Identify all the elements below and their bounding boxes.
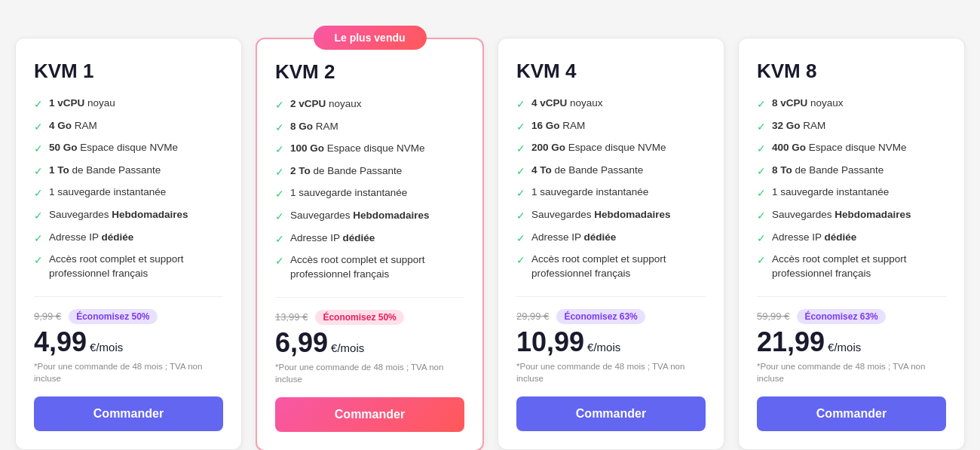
feature-item: ✓ Sauvegardes Hebdomadaires	[275, 209, 464, 225]
pricing-container: KVM 1 ✓ 1 vCPU noyau ✓ 4 Go RAM ✓ 50 Go …	[15, 15, 965, 450]
feature-text: Accès root complet et support profession…	[290, 253, 464, 282]
feature-text: 1 sauvegarde instantanée	[49, 185, 166, 200]
feature-item: ✓ 1 sauvegarde instantanée	[516, 185, 706, 201]
plan-title: KVM 1	[34, 60, 223, 83]
check-icon: ✓	[516, 253, 525, 268]
check-icon: ✓	[516, 186, 525, 201]
feature-text: Adresse IP dédiée	[531, 231, 616, 245]
feature-text: 100 Go Espace disque NVMe	[290, 142, 425, 156]
cta-button[interactable]: Commander	[516, 396, 706, 431]
feature-text: Sauvegardes Hebdomadaires	[49, 208, 188, 222]
savings-badge: Économisez 63%	[797, 309, 885, 324]
feature-text: Sauvegardes Hebdomadaires	[531, 208, 671, 222]
price-note: *Pour une commande de 48 mois ; TVA non …	[275, 361, 464, 385]
plan-card-kvm8: KVM 8 ✓ 8 vCPU noyaux ✓ 32 Go RAM ✓ 400 …	[738, 38, 965, 450]
feature-item: ✓ 2 To de Bande Passante	[275, 164, 464, 180]
divider	[757, 296, 946, 297]
cta-button[interactable]: Commander	[34, 396, 223, 431]
pricing-row: 13,99 € Économisez 50%	[275, 310, 464, 325]
price-unit: €/mois	[828, 341, 861, 354]
feature-text: 2 To de Bande Passante	[290, 164, 402, 179]
feature-item: ✓ 1 sauvegarde instantanée	[34, 185, 223, 201]
features-list: ✓ 2 vCPU noyaux ✓ 8 Go RAM ✓ 100 Go Espa…	[275, 97, 464, 282]
plan-title: KVM 2	[275, 60, 464, 84]
feature-text: 1 sauvegarde instantanée	[531, 185, 648, 200]
old-price: 59,99 €	[757, 311, 789, 322]
check-icon: ✓	[34, 142, 43, 157]
price-note: *Pour une commande de 48 mois ; TVA non …	[757, 360, 946, 384]
check-icon: ✓	[275, 121, 284, 136]
check-icon: ✓	[757, 209, 766, 224]
feature-text: Adresse IP dédiée	[290, 231, 375, 246]
feature-text: 400 Go Espace disque NVMe	[772, 141, 907, 155]
feature-item: ✓ 4 Go RAM	[34, 119, 223, 135]
divider	[275, 297, 464, 298]
featured-badge: Le plus vendu	[313, 26, 426, 50]
feature-item: ✓ Sauvegardes Hebdomadaires	[34, 208, 223, 224]
check-icon: ✓	[757, 120, 766, 135]
feature-text: 8 vCPU noyaux	[772, 96, 844, 111]
feature-item: ✓ 400 Go Espace disque NVMe	[757, 141, 946, 157]
feature-text: Sauvegardes Hebdomadaires	[290, 209, 430, 223]
price-note: *Pour une commande de 48 mois ; TVA non …	[34, 360, 223, 384]
check-icon: ✓	[275, 187, 284, 202]
price-main: 6,99	[275, 329, 328, 357]
feature-text: 4 To de Bande Passante	[531, 164, 643, 178]
check-icon: ✓	[757, 253, 766, 268]
check-icon: ✓	[34, 97, 43, 112]
feature-text: 8 Go RAM	[290, 120, 338, 134]
feature-text: 8 To de Bande Passante	[772, 164, 884, 178]
feature-item: ✓ 1 sauvegarde instantanée	[757, 185, 946, 201]
check-icon: ✓	[757, 164, 766, 179]
feature-text: 200 Go Espace disque NVMe	[531, 141, 666, 155]
check-icon: ✓	[757, 97, 766, 112]
price-main: 21,99	[757, 329, 825, 356]
feature-item: ✓ 16 Go RAM	[516, 119, 706, 135]
check-icon: ✓	[516, 231, 525, 246]
check-icon: ✓	[34, 253, 43, 268]
price-unit: €/mois	[90, 341, 123, 354]
feature-text: Accès root complet et support profession…	[49, 253, 223, 281]
pricing-row: 59,99 € Économisez 63%	[757, 309, 946, 324]
divider	[34, 296, 223, 297]
check-icon: ✓	[34, 231, 43, 246]
pricing-row: 9,99 € Économisez 50%	[34, 309, 223, 324]
old-price: 13,99 €	[275, 311, 308, 323]
feature-item: ✓ Accès root complet et support professi…	[34, 253, 223, 281]
feature-text: 1 sauvegarde instantanée	[772, 185, 889, 200]
check-icon: ✓	[34, 120, 43, 135]
savings-badge: Économisez 50%	[69, 309, 157, 324]
feature-item: ✓ Sauvegardes Hebdomadaires	[516, 208, 706, 224]
feature-text: 1 vCPU noyau	[49, 96, 115, 111]
plan-card-kvm2: Le plus venduKVM 2 ✓ 2 vCPU noyaux ✓ 8 G…	[256, 38, 484, 450]
check-icon: ✓	[516, 97, 525, 112]
price-unit: €/mois	[331, 341, 364, 354]
feature-text: Sauvegardes Hebdomadaires	[772, 208, 911, 222]
feature-item: ✓ 32 Go RAM	[757, 119, 946, 135]
check-icon: ✓	[275, 210, 284, 225]
feature-item: ✓ 8 vCPU noyaux	[757, 96, 946, 112]
price-unit: €/mois	[587, 341, 620, 354]
check-icon: ✓	[516, 209, 525, 224]
feature-item: ✓ 8 Go RAM	[275, 120, 464, 136]
old-price: 9,99 €	[34, 311, 61, 322]
feature-text: 50 Go Espace disque NVMe	[49, 141, 178, 155]
features-list: ✓ 8 vCPU noyaux ✓ 32 Go RAM ✓ 400 Go Esp…	[757, 96, 946, 281]
check-icon: ✓	[757, 142, 766, 157]
feature-text: 2 vCPU noyaux	[290, 97, 362, 112]
feature-text: 4 vCPU noyaux	[531, 96, 603, 111]
feature-item: ✓ Accès root complet et support professi…	[275, 253, 464, 282]
feature-text: 32 Go RAM	[772, 119, 825, 133]
check-icon: ✓	[34, 209, 43, 224]
cta-button[interactable]: Commander	[275, 397, 464, 432]
check-icon: ✓	[516, 142, 525, 157]
feature-text: 1 sauvegarde instantanée	[290, 186, 407, 201]
plan-title: KVM 4	[516, 60, 706, 83]
check-icon: ✓	[34, 186, 43, 201]
feature-text: Adresse IP dédiée	[772, 231, 856, 245]
feature-item: ✓ 100 Go Espace disque NVMe	[275, 142, 464, 158]
plan-title: KVM 8	[757, 60, 946, 83]
feature-item: ✓ 200 Go Espace disque NVMe	[516, 141, 706, 157]
feature-item: ✓ Adresse IP dédiée	[34, 231, 223, 246]
cta-button[interactable]: Commander	[757, 396, 946, 431]
